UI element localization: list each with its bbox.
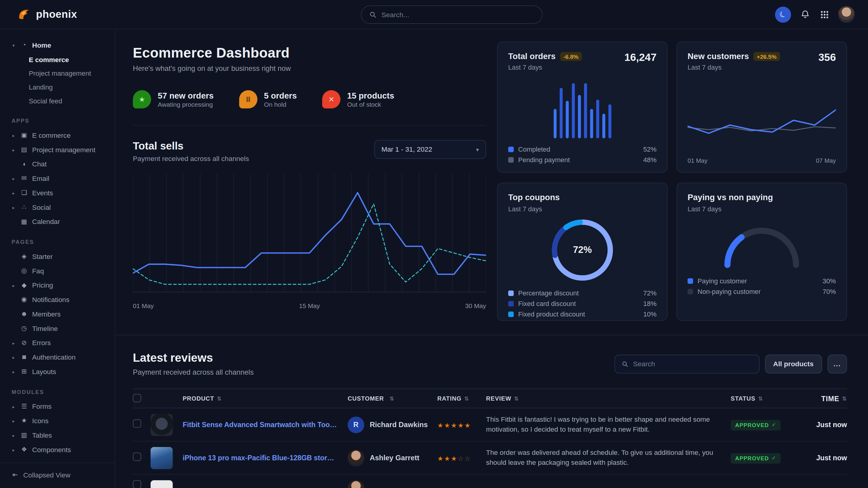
column-header-rating[interactable]: RATING⇅ — [437, 395, 486, 402]
sidebar-home-submenu: E commerce Project management Landing So… — [11, 53, 109, 108]
star-icon: ★ — [444, 421, 451, 429]
row-checkbox[interactable] — [133, 480, 142, 488]
sidebar-item[interactable]: ▸ ❖ Components — [11, 443, 109, 457]
top-coupons-donut-chart: 72% — [548, 215, 617, 285]
sidebar-item[interactable]: ▸ ∴ Social — [11, 200, 109, 215]
row-checkbox[interactable] — [133, 419, 142, 428]
sidebar-item[interactable]: ▸ ◉ Notifications — [11, 293, 109, 307]
column-header-customer[interactable]: CUSTOMER⇅ — [348, 395, 437, 402]
main-content: Ecommerce Dashboard Here's what's going … — [115, 29, 868, 488]
paying-vs-nonpaying-card: Paying vs non paying Last 7 days Paying … — [677, 183, 847, 321]
forms-list-icon: ☰ — [20, 403, 28, 410]
review-time: Just now — [806, 421, 847, 429]
global-search[interactable] — [361, 5, 542, 24]
customer-cell[interactable]: Ashley Garrett — [348, 449, 437, 466]
column-header-product[interactable]: PRODUCT⇅ — [183, 395, 348, 402]
reviews-search[interactable] — [614, 355, 760, 373]
sidebar-item[interactable]: ▸ ◖ Chat — [11, 157, 109, 171]
chevron-right-icon: ▸ — [11, 404, 16, 409]
column-header-status[interactable]: STATUS⇅ — [731, 395, 806, 402]
legend-row: Pending payment 48% — [508, 156, 657, 164]
x-mark-icon: ✕ — [329, 96, 335, 103]
reviews-subtitle: Payment received across all channels — [133, 368, 254, 377]
sidebar-item[interactable]: ▸ ◈ Starter — [11, 250, 109, 264]
donut-center-label: 72% — [548, 215, 617, 285]
column-header-review[interactable]: REVIEW⇅ — [486, 395, 731, 402]
column-header-time[interactable]: TIME⇅ — [806, 394, 847, 403]
sort-icon: ⇅ — [758, 395, 763, 401]
legend-row: Paying customer 30% — [688, 277, 836, 285]
theme-toggle-button[interactable]: ☾ — [775, 6, 791, 22]
table-header: PRODUCT⇅ CUSTOMER⇅ RATING⇅ REVIEW⇅ STATU… — [133, 389, 847, 409]
sidebar-subitem[interactable]: Landing — [11, 80, 109, 94]
product-thumbnail[interactable] — [151, 480, 173, 488]
reviews-table: PRODUCT⇅ CUSTOMER⇅ RATING⇅ REVIEW⇅ STATU… — [133, 389, 847, 488]
sidebar-item[interactable]: ▸ ☻ Members — [11, 307, 109, 322]
user-avatar[interactable] — [838, 6, 855, 23]
chevron-right-icon: ▸ — [11, 433, 16, 438]
sidebar-subitem[interactable]: E commerce — [11, 53, 109, 66]
stat-item: ★ 57 new orders Awating processing — [133, 90, 214, 108]
sidebar-section-label: MODULES — [12, 389, 109, 395]
sidebar-item[interactable]: ▸ ⊘ Errors — [11, 336, 109, 350]
star-icon: ★ — [464, 421, 471, 429]
sidebar-item[interactable]: ▸ ❏ Events — [11, 186, 109, 200]
chevron-right-icon: ▸ — [11, 447, 16, 452]
star-icon: ☆ — [458, 455, 465, 462]
sidebar-item[interactable]: ▸ ◙ Authentication — [11, 350, 109, 365]
sidebar-item[interactable]: ▸ ◆ Pricing — [11, 278, 109, 293]
sidebar-item[interactable]: ▸ ⊞ Layouts — [11, 365, 109, 379]
table-icon: ▥ — [20, 432, 28, 438]
trend-badge: +26.5% — [753, 52, 780, 61]
sidebar-subitem[interactable]: Project management — [11, 66, 109, 80]
total-orders-value: 16,247 — [624, 52, 657, 64]
new-customers-line-chart — [688, 80, 836, 148]
bell-icon: ◉ — [20, 297, 28, 303]
customer-cell[interactable]: R Richard Dawkins — [348, 416, 437, 433]
chevron-right-icon: ▸ — [11, 355, 16, 360]
more-options-button[interactable]: ... — [827, 355, 847, 373]
reviews-search-input[interactable] — [633, 360, 752, 368]
collapse-icon: ⇤ — [11, 472, 20, 478]
sidebar-item[interactable]: ▸ ▥ Tables — [11, 428, 109, 443]
all-products-button[interactable]: All products — [765, 355, 822, 373]
sidebar-item-home[interactable]: ▾ ◔ Home — [11, 38, 109, 53]
customer-avatar — [348, 480, 364, 488]
customer-avatar — [348, 449, 364, 466]
apps-grid-button[interactable] — [819, 9, 830, 20]
chevron-down-icon: ▾ — [11, 43, 16, 48]
top-navbar: phoenix ☾ — [0, 0, 868, 29]
customer-avatar: R — [348, 416, 364, 433]
search-icon — [622, 360, 628, 367]
product-thumbnail[interactable] — [151, 414, 173, 435]
select-all-checkbox[interactable] — [133, 394, 142, 402]
product-link[interactable]: Fitbit Sense Advanced Smartwatch with To… — [183, 421, 338, 429]
rating-stars: ★★★☆☆ — [437, 453, 486, 463]
page-title: Ecommerce Dashboard — [133, 45, 486, 61]
notifications-button[interactable] — [799, 8, 811, 21]
collapsed-view-toggle[interactable]: ⇤ Collapsed View — [11, 468, 109, 483]
moon-icon: ☾ — [778, 9, 788, 20]
sidebar-item[interactable]: ▸ ☰ Forms — [11, 399, 109, 414]
product-link[interactable]: iPhone 13 pro max-Pacific Blue-128GB sto… — [183, 454, 338, 462]
date-range-select[interactable]: Mar 1 - 31, 2022 ▾ — [374, 140, 486, 159]
sidebar-item[interactable]: ▸ ▤ Project management — [11, 143, 109, 157]
sidebar-item[interactable]: ▸ ◎ Faq — [11, 264, 109, 279]
question-circle-icon: ◎ — [20, 268, 28, 274]
status-badge: APPROVED ✓ — [731, 420, 780, 430]
components-diamond-icon: ❖ — [20, 447, 28, 453]
product-thumbnail[interactable] — [151, 447, 173, 469]
sidebar-item[interactable]: ▸ ▦ Calendar — [11, 215, 109, 229]
sidebar-item[interactable]: ▸ ✉ Email — [11, 171, 109, 186]
global-search-input[interactable] — [381, 11, 534, 19]
bookmark-icon: ❏ — [20, 190, 28, 196]
tag-icon: ◆ — [20, 283, 28, 289]
brand[interactable]: phoenix — [17, 7, 77, 22]
clock-icon: ◷ — [20, 326, 28, 332]
row-checkbox[interactable] — [133, 452, 142, 461]
sidebar-item[interactable]: ▸ ◷ Timeline — [11, 321, 109, 336]
total-sells-subtitle: Payment received across all channels — [133, 155, 249, 163]
sidebar-item[interactable]: ▸ ★ Icons — [11, 414, 109, 428]
sidebar-item[interactable]: ▸ ▣ E commerce — [11, 128, 109, 143]
sidebar-subitem[interactable]: Social feed — [11, 94, 109, 108]
